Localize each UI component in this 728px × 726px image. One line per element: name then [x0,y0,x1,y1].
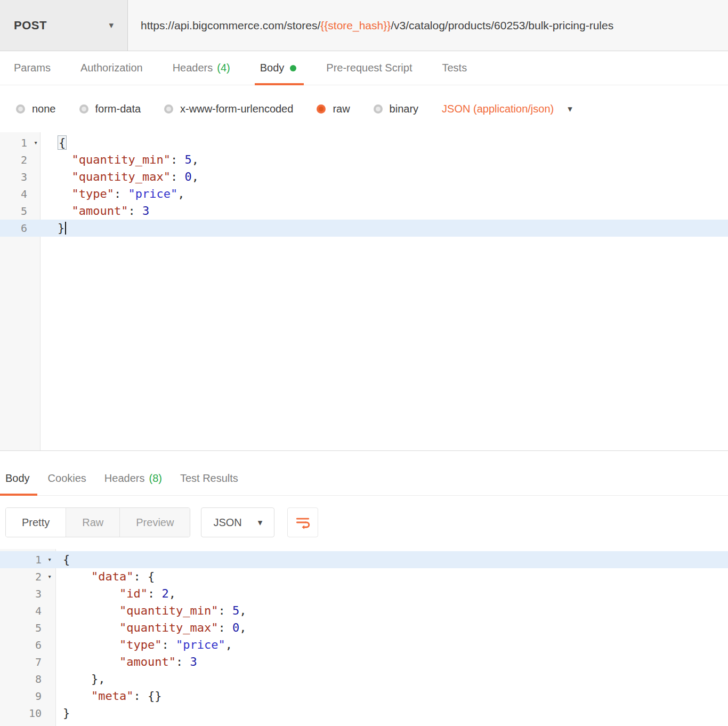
code-line: 5 "amount": 3 [0,203,728,220]
body-mode-form-data[interactable]: form-data [79,103,141,115]
line-number: 10 [0,705,55,722]
request-tab-headers[interactable]: Headers(4) [173,51,230,85]
tab-label: Body [260,62,285,74]
body-mode-raw[interactable]: raw [317,103,350,115]
wrap-text-button[interactable] [287,507,318,537]
tab-label: Test Results [180,472,238,485]
view-preview-button[interactable]: Preview [119,508,190,537]
body-mode-radios: noneform-datax-www-form-urlencodedrawbin… [16,103,442,115]
content-type-dropdown[interactable]: JSON (application/json) ▾ [442,103,572,115]
text-cursor [65,222,66,235]
code-text: "id": 2, [55,585,176,602]
body-content-dot [290,65,296,71]
code-text: } [40,220,66,237]
radio-label: x-www-form-urlencoded [180,103,293,115]
line-number: 6 [0,220,40,237]
method-dropdown[interactable]: POST ▾ [0,0,128,51]
code-line: 5 "quantity_max": 0, [0,619,728,636]
body-mode-x-www-form-urlencoded[interactable]: x-www-form-urlencoded [164,103,293,115]
response-format-dropdown[interactable]: JSON ▾ [201,507,274,537]
radio-label: binary [390,103,418,115]
response-body-viewer[interactable]: 1▾{2▾ "data": {3 "id": 2,4 "quantity_min… [0,549,728,726]
request-tab-pre-request-script[interactable]: Pre-request Script [326,51,412,85]
chevron-down-icon: ▾ [258,518,263,527]
line-number: 1▾ [0,134,40,151]
line-number: 3 [0,168,40,185]
code-text: "quantity_min": 5, [55,602,246,619]
tab-label: Body [5,472,30,485]
request-tab-authorization[interactable]: Authorization [80,51,143,85]
code-line: 2 "quantity_min": 5, [0,151,728,168]
line-number: 2▾ [0,568,55,585]
line-number: 5 [0,203,40,220]
url-text: /v3/catalog/products/60253/bulk-pricing-… [391,19,613,32]
response-tab-headers[interactable]: Headers(8) [104,462,162,495]
fold-caret-icon[interactable]: ▾ [34,134,38,151]
tab-label: Headers [104,472,145,485]
chevron-down-icon: ▾ [568,104,572,114]
code-text: "amount": 3 [55,654,197,671]
code-text: "quantity_max": 0, [40,168,199,185]
tab-count-badge: (4) [217,62,230,74]
code-text: "type": "price", [40,185,184,203]
response-tab-body[interactable]: Body [5,462,30,495]
view-pretty-button[interactable]: Pretty [6,508,66,537]
code-line: 7 "amount": 3 [0,654,728,671]
code-text: "type": "price", [55,636,232,654]
radio-icon [79,104,88,114]
request-tab-tests[interactable]: Tests [442,51,467,85]
radio-label: form-data [95,103,141,115]
line-number: 4 [0,185,40,203]
request-tabs: ParamsAuthorizationHeaders(4)BodyPre-req… [0,51,728,85]
code-line: 3 "id": 2, [0,585,728,602]
request-body-editor[interactable]: 1▾{2 "quantity_min": 5,3 "quantity_max":… [0,132,728,451]
code-line: 6} [0,220,728,237]
radio-label: raw [333,103,350,115]
radio-icon [164,104,173,114]
method-label: POST [14,19,47,33]
view-raw-button[interactable]: Raw [66,508,119,537]
code-line: 4 "quantity_min": 5, [0,602,728,619]
line-number: 7 [0,654,55,671]
tab-label: Cookies [48,472,86,485]
radio-icon [16,104,25,114]
line-number: 8 [0,671,55,688]
request-url-bar: POST ▾ https://api.bigcommerce.com/store… [0,0,728,51]
line-number: 2 [0,151,40,168]
line-number: 6 [0,636,55,654]
body-mode-binary[interactable]: binary [374,103,418,115]
response-tabs: BodyCookiesHeaders(8)Test Results [0,451,728,496]
code-line: 1▾{ [0,134,728,151]
code-text: "quantity_min": 5, [40,151,199,168]
response-tab-test-results[interactable]: Test Results [180,462,238,495]
fold-caret-icon[interactable]: ▾ [47,568,52,585]
code-line: 2▾ "data": { [0,568,728,585]
tab-count-badge: (8) [149,472,161,485]
code-text: "data": { [55,568,155,585]
fold-caret-icon[interactable]: ▾ [47,551,52,568]
wrap-text-icon [295,514,311,530]
radio-icon [317,104,326,114]
code-line: 10} [0,705,728,722]
response-view-toggle: PrettyRawPreview [5,507,190,537]
tab-label: Pre-request Script [326,62,412,74]
url-text: https://api.bigcommerce.com/stores/ [141,19,320,32]
tab-label: Headers [173,62,213,74]
body-mode-none[interactable]: none [16,103,56,115]
line-number: 3 [0,585,55,602]
url-environment-variable: {{store_hash}} [320,19,391,32]
response-format-label: JSON [213,517,241,529]
url-input[interactable]: https://api.bigcommerce.com/stores/{{sto… [128,0,728,51]
body-mode-bar: noneform-datax-www-form-urlencodedrawbin… [0,85,728,132]
line-number: 5 [0,619,55,636]
response-tab-cookies[interactable]: Cookies [48,462,86,495]
response-toolbar: PrettyRawPreview JSON ▾ [0,496,728,549]
code-text: "amount": 3 [40,203,149,220]
request-tab-body[interactable]: Body [260,51,297,85]
request-tab-params[interactable]: Params [14,51,51,85]
code-line: 6 "type": "price", [0,636,728,654]
code-line: 8 }, [0,671,728,688]
tab-label: Tests [442,62,467,74]
radio-icon [374,104,383,114]
code-line: 4 "type": "price", [0,185,728,203]
